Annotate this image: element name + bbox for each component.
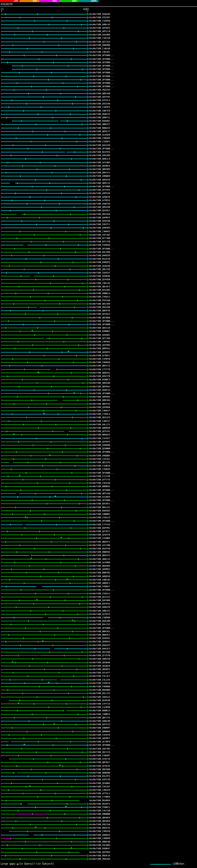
hit-bar[interactable] — [12, 66, 87, 66]
hit-label[interactable]: UniRef100_Q9SVS0 — [89, 206, 110, 209]
hit-bar[interactable] — [1, 328, 87, 328]
hit-bar[interactable] — [1, 466, 87, 466]
hit-bar[interactable] — [1, 510, 87, 511]
hit-bar[interactable] — [1, 572, 87, 573]
hit-bar[interactable] — [1, 190, 87, 190]
hit-label[interactable]: UniRef100_Q00JZ7 — [89, 123, 110, 126]
hit-bar[interactable] — [1, 755, 87, 756]
hit-bar[interactable] — [1, 262, 87, 262]
hit-label[interactable]: UniRef100_C9K145 — [89, 282, 110, 284]
hit-label[interactable]: UniRef100_Q6VEJ7 — [89, 130, 110, 133]
hit-bar[interactable] — [1, 745, 87, 745]
hit-bar[interactable] — [1, 856, 87, 856]
hit-label[interactable]: UniRef100_Q2QU76 — [89, 196, 110, 198]
hit-label[interactable]: UniRef100_Q54FV8 — [89, 548, 110, 550]
hit-label[interactable]: UniRef100_C6TJD3 — [89, 234, 110, 236]
hit-label[interactable]: UniRef100_UPI000... — [89, 627, 114, 629]
hit-label[interactable]: UniRef100_Q6EE80 — [89, 382, 110, 384]
hit-bar[interactable] — [1, 821, 87, 822]
hit-label[interactable]: UniRef100_Q9S9J9 — [89, 179, 110, 181]
hit-label[interactable]: UniRef100_P38011 — [89, 806, 110, 809]
hit-label[interactable]: UniRef100_A9TLL0 — [89, 30, 110, 33]
hit-label[interactable]: UniRef100_UPI000... — [89, 68, 114, 70]
hit-label[interactable]: UniRef100_Q4P4M8 — [89, 599, 110, 602]
hit-label[interactable]: UniRef100_B7G305 — [89, 289, 110, 291]
hit-label[interactable]: UniRef100_O05051 — [89, 668, 110, 671]
hit-bar[interactable] — [1, 648, 87, 649]
hit-label[interactable]: UniRef100_A3FCY6 — [89, 778, 110, 781]
hit-label[interactable]: UniRef100_A4S9H8 — [89, 34, 110, 36]
hit-label[interactable]: UniRef100_B0XXY1 — [89, 541, 110, 543]
hit-label[interactable]: UniRef100_C5BG69 — [89, 137, 110, 140]
hit-label[interactable]: UniRef100_C7YY24 — [89, 523, 110, 526]
hit-label[interactable]: UniRef100_C5DG07 — [89, 754, 110, 757]
hit-label[interactable]: UniRef100_C0ZG57 — [89, 272, 110, 274]
hit-label[interactable]: UniRef100_Q36ER6 — [89, 444, 110, 446]
hit-bar[interactable] — [1, 235, 87, 235]
hit-bar[interactable] — [1, 766, 87, 766]
hit-label[interactable]: UniRef100_C5XG11 — [89, 592, 110, 595]
hit-label[interactable]: UniRef100_Q00N69 — [89, 731, 110, 733]
hit-label[interactable]: UniRef100_UPI000... — [89, 472, 114, 474]
hit-bar[interactable] — [1, 97, 87, 97]
hit-bar[interactable] — [1, 724, 87, 725]
hit-bar[interactable] — [1, 603, 87, 604]
hit-bar[interactable] — [1, 628, 87, 628]
hit-bar[interactable] — [1, 476, 87, 477]
hit-label[interactable]: UniRef100_Q861B4 — [89, 399, 110, 402]
hit-bar[interactable] — [1, 607, 87, 608]
hit-bar[interactable] — [1, 434, 87, 435]
hit-label[interactable]: UniRef100_C59X19 — [89, 682, 110, 684]
hit-label[interactable]: UniRef100_B2ZYE5 — [89, 151, 110, 153]
hit-label[interactable]: UniRef100_Q39336 — [89, 220, 110, 222]
hit-bar[interactable] — [1, 266, 87, 266]
hit-label[interactable]: UniRef100_A8U8P7 — [89, 737, 110, 740]
hit-bar[interactable] — [1, 397, 87, 397]
hit-bar[interactable] — [1, 500, 87, 501]
hit-bar[interactable] — [1, 441, 87, 442]
hit-label[interactable]: UniRef100_Q6D1H0 — [89, 92, 110, 95]
hit-bar[interactable] — [1, 541, 87, 542]
hit-label[interactable]: UniRef100_B9WK13 — [89, 709, 110, 712]
hit-label[interactable]: UniRef100_C4LT58 — [89, 809, 110, 812]
hit-bar[interactable] — [16, 814, 46, 814]
hit-bar[interactable] — [1, 559, 87, 559]
hit-label[interactable]: UniRef100_B9VSD6 — [89, 768, 110, 771]
hit-bar[interactable] — [1, 807, 87, 808]
hit-label[interactable]: UniRef100_P46060 — [89, 685, 110, 688]
hit-bar[interactable] — [1, 748, 87, 749]
hit-label[interactable]: UniRef100_Q9LV28 — [89, 268, 110, 271]
hit-bar[interactable] — [1, 400, 87, 401]
hit-label[interactable]: UniRef100_UPI000... — [89, 58, 114, 60]
hit-label[interactable]: UniRef100_B4II80 — [89, 651, 110, 653]
hit-label[interactable]: UniRef100_B4LSR9 — [89, 251, 110, 253]
hit-bar[interactable] — [1, 552, 87, 552]
hit-bar[interactable] — [1, 83, 87, 84]
hit-label[interactable]: UniRef100_B8BZZ2 — [89, 127, 110, 129]
hit-bar[interactable] — [1, 459, 87, 459]
hit-bar[interactable] — [1, 655, 18, 656]
hit-bar[interactable] — [1, 762, 87, 763]
hit-label[interactable]: UniRef100_C4ZQW2 — [89, 537, 110, 539]
hit-bar[interactable] — [1, 531, 87, 532]
hit-bar[interactable] — [1, 124, 87, 125]
hit-label[interactable]: UniRef100_Q84118 — [89, 327, 110, 329]
hit-bar[interactable] — [1, 590, 87, 590]
hit-bar[interactable] — [1, 797, 87, 797]
hit-label[interactable]: UniRef100_Q42248 — [89, 102, 110, 105]
hit-label[interactable]: UniRef100_A6SB53 — [89, 351, 110, 353]
hit-bar[interactable] — [1, 310, 87, 311]
hit-label[interactable]: UniRef100_C4N6P6 — [89, 837, 110, 840]
hit-bar[interactable] — [1, 683, 87, 684]
hit-bar[interactable] — [1, 141, 87, 142]
hit-label[interactable]: UniRef100_A6N5F1 — [89, 582, 110, 584]
hit-label[interactable]: UniRef100_Q2UUD1 — [89, 334, 110, 336]
hit-label[interactable]: UniRef100_A9NWU9 — [89, 175, 110, 177]
hit-label[interactable]: UniRef100_C5L3C7 — [89, 675, 110, 677]
hit-bar[interactable] — [1, 279, 87, 280]
hit-bar[interactable] — [1, 100, 87, 101]
hit-bar[interactable] — [1, 676, 87, 677]
hit-bar[interactable] — [1, 528, 87, 528]
hit-bar[interactable] — [1, 293, 87, 294]
hit-label[interactable]: UniRef100_B6KQY5 — [89, 434, 110, 436]
